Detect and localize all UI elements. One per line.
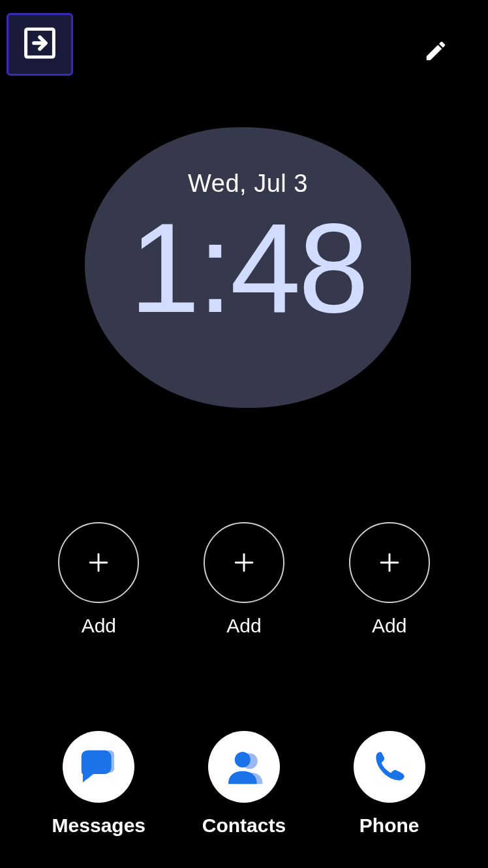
exit-button[interactable] [7, 13, 73, 76]
svg-point-8 [235, 752, 251, 767]
messages-icon [63, 731, 134, 803]
contacts-icon [208, 731, 280, 803]
plus-icon [58, 522, 139, 603]
clock-time: 1:48 [129, 204, 367, 332]
clock-widget[interactable]: Wed, Jul 3 1:48 [85, 127, 411, 408]
pencil-icon [423, 39, 448, 66]
plus-icon [349, 522, 430, 603]
shortcut-add-2[interactable]: Add [192, 522, 296, 637]
dock-label: Phone [359, 814, 419, 837]
shortcut-label: Add [226, 615, 261, 637]
dock-messages[interactable]: Messages [46, 731, 151, 837]
edit-button[interactable] [416, 33, 455, 72]
dock-phone[interactable]: Phone [337, 731, 442, 837]
plus-icon [204, 522, 284, 603]
shortcut-add-1[interactable]: Add [46, 522, 151, 637]
exit-icon [22, 25, 57, 63]
shortcut-label: Add [82, 615, 116, 637]
dock-contacts[interactable]: Contacts [192, 731, 296, 837]
clock-date: Wed, Jul 3 [188, 170, 308, 198]
shortcut-label: Add [372, 615, 406, 637]
dock-label: Contacts [202, 814, 286, 837]
dock-row: Messages Contacts Phone [0, 731, 488, 837]
top-bar [7, 13, 475, 78]
dock-label: Messages [52, 814, 145, 837]
shortcut-add-3[interactable]: Add [337, 522, 442, 637]
phone-icon [354, 731, 425, 803]
shortcut-row: Add Add Add [0, 522, 488, 637]
